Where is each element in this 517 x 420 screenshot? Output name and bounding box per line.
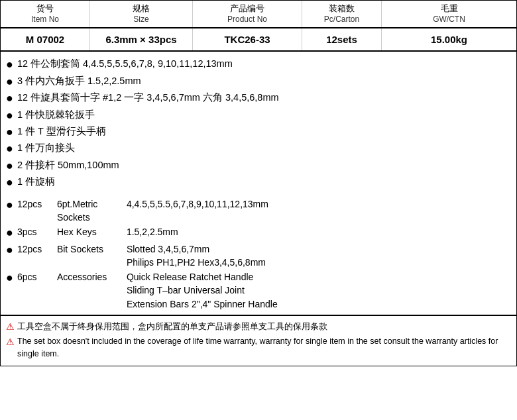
data-pc-carton: 12sets xyxy=(302,28,382,50)
bullet-icon: ● xyxy=(6,175,13,190)
zh-line-text: 1 件万向接头 xyxy=(17,141,511,155)
pc-carton-value: 12sets xyxy=(326,34,357,45)
bullet-icon: ● xyxy=(6,108,13,123)
bullet-icon: ● xyxy=(6,225,13,240)
zh-content-line: ●2 件接杆 50mm,100mm xyxy=(6,158,511,174)
size-value: 6.3mm × 33pcs xyxy=(105,34,176,45)
en-content-line: ● 12pcs 6pt.Metric Sockets 4,4.5,5,5.5,6… xyxy=(6,197,511,225)
bullet-icon: ● xyxy=(6,242,13,258)
en-qty: 12pcs xyxy=(17,197,57,211)
en-qty: 12pcs xyxy=(17,242,57,256)
zh-line-text: 2 件接杆 50mm,100mm xyxy=(17,158,511,172)
zh-content-line: ●1 件 T 型滑行头手柄 xyxy=(6,125,511,140)
en-desc: Slotted 3,4,5,6,7mmPhilips PH1,PH2 Hex3,… xyxy=(127,242,511,270)
zh-line-text: 12 件旋具套筒十字 #1,2 一字 3,4,5,6,7mm 六角 3,4,5,… xyxy=(17,91,511,105)
zh-content-line: ●1 件旋柄 xyxy=(6,175,511,190)
en-label: Accessories xyxy=(57,270,127,284)
data-gw-ctn: 15.00kg xyxy=(382,28,516,50)
zh-content-line: ●12 件公制套筒 4,4.5,5,5.5,6,7,8, 9,10,11,12,… xyxy=(6,57,511,72)
en-label: Hex Keys xyxy=(57,225,127,238)
warning-icon-en: ⚠ xyxy=(6,335,15,349)
header-row: 货号 Item No 规格 Size 产品编号 Product No 装箱数 P… xyxy=(1,1,516,28)
zh-content-line: ●1 件快脱棘轮扳手 xyxy=(6,108,511,123)
bullet-icon: ● xyxy=(6,57,13,72)
zh-content-line: ●1 件万向接头 xyxy=(6,141,511,156)
en-desc: Quick Release Ratchet HandleSliding T–ba… xyxy=(127,270,511,311)
en-label: Bit Sockets xyxy=(57,242,127,256)
en-content-line: ● 3pcs Hex Keys 1.5,2,2.5mm xyxy=(6,225,511,240)
header-gw-ctn-zh: 毛重 xyxy=(441,3,458,15)
header-gw-ctn-en: GW/CTN xyxy=(433,15,465,25)
header-product-no-zh: 产品编号 xyxy=(230,3,264,15)
header-gw-ctn: 毛重 GW/CTN xyxy=(382,1,516,27)
en-qty: 3pcs xyxy=(17,225,57,238)
footer-line-en: ⚠ The set box doesn't included in the co… xyxy=(6,335,511,360)
header-size: 规格 Size xyxy=(90,1,193,27)
en-qty: 6pcs xyxy=(17,270,57,284)
header-product-no-en: Product No xyxy=(227,15,267,25)
header-pc-carton-zh: 装箱数 xyxy=(329,3,355,15)
product-no-value: TKC26-33 xyxy=(224,34,270,45)
data-product-no: TKC26-33 xyxy=(193,28,302,50)
warning-icon-zh: ⚠ xyxy=(6,320,15,334)
header-size-en: Size xyxy=(133,15,148,25)
header-pc-carton-en: Pc/Carton xyxy=(324,15,359,25)
content-area: ●12 件公制套筒 4,4.5,5,5.5,6,7,8, 9,10,11,12,… xyxy=(1,52,516,316)
header-item-no-zh: 货号 xyxy=(36,3,54,15)
zh-line-text: 1 件 T 型滑行头手柄 xyxy=(17,125,511,138)
main-container: 货号 Item No 规格 Size 产品编号 Product No 装箱数 P… xyxy=(0,0,517,366)
footer-line-zh: ⚠ 工具空盒不属于终身保用范围，盒内所配置的单支产品请参照单支工具的保用条款 xyxy=(6,320,511,334)
gw-ctn-value: 15.00kg xyxy=(431,34,467,45)
bullet-icon: ● xyxy=(6,270,13,286)
footer-text-zh: 工具空盒不属于终身保用范围，盒内所配置的单支产品请参照单支工具的保用条款 xyxy=(17,320,327,333)
en-content-line: ● 12pcs Bit Sockets Slotted 3,4,5,6,7mmP… xyxy=(6,242,511,270)
zh-line-text: 1 件旋柄 xyxy=(17,175,511,189)
header-item-no-en: Item No xyxy=(31,15,59,25)
zh-line-text: 1 件快脱棘轮扳手 xyxy=(17,108,511,122)
bullet-icon: ● xyxy=(6,158,13,174)
bullet-icon: ● xyxy=(6,91,13,106)
data-row: M 07002 6.3mm × 33pcs TKC26-33 12sets 15… xyxy=(1,28,516,52)
data-size: 6.3mm × 33pcs xyxy=(90,28,193,50)
item-no-value: M 07002 xyxy=(26,34,64,45)
bullet-icon: ● xyxy=(6,74,13,89)
bullet-icon: ● xyxy=(6,197,13,213)
header-pc-carton: 装箱数 Pc/Carton xyxy=(302,1,382,27)
zh-content-line: ●3 件内六角扳手 1.5,2,2.5mm xyxy=(6,74,511,89)
en-content-line: ● 6pcs Accessories Quick Release Ratchet… xyxy=(6,270,511,311)
bullet-icon: ● xyxy=(6,125,13,140)
en-label: 6pt.Metric Sockets xyxy=(57,197,127,225)
data-item-no: M 07002 xyxy=(1,28,90,50)
en-lines: ● 12pcs 6pt.Metric Sockets 4,4.5,5,5.5,6… xyxy=(6,196,511,311)
zh-content-line: ●12 件旋具套筒十字 #1,2 一字 3,4,5,6,7mm 六角 3,4,5… xyxy=(6,91,511,106)
footer-area: ⚠ 工具空盒不属于终身保用范围，盒内所配置的单支产品请参照单支工具的保用条款 ⚠… xyxy=(1,316,516,366)
zh-line-text: 12 件公制套筒 4,4.5,5,5.5,6,7,8, 9,10,11,12,1… xyxy=(17,57,511,71)
header-product-no: 产品编号 Product No xyxy=(193,1,302,27)
bullet-icon: ● xyxy=(6,141,13,156)
footer-text-en: The set box doesn't included in the cove… xyxy=(17,335,511,360)
header-item-no: 货号 Item No xyxy=(1,1,90,27)
en-desc: 4,4.5,5,5.5,6,7,8,9,10,11,12,13mm xyxy=(127,197,511,211)
header-size-zh: 规格 xyxy=(133,3,150,15)
zh-line-text: 3 件内六角扳手 1.5,2,2.5mm xyxy=(17,74,511,88)
en-desc: 1.5,2,2.5mm xyxy=(127,225,511,238)
zh-lines: ●12 件公制套筒 4,4.5,5,5.5,6,7,8, 9,10,11,12,… xyxy=(6,57,511,190)
